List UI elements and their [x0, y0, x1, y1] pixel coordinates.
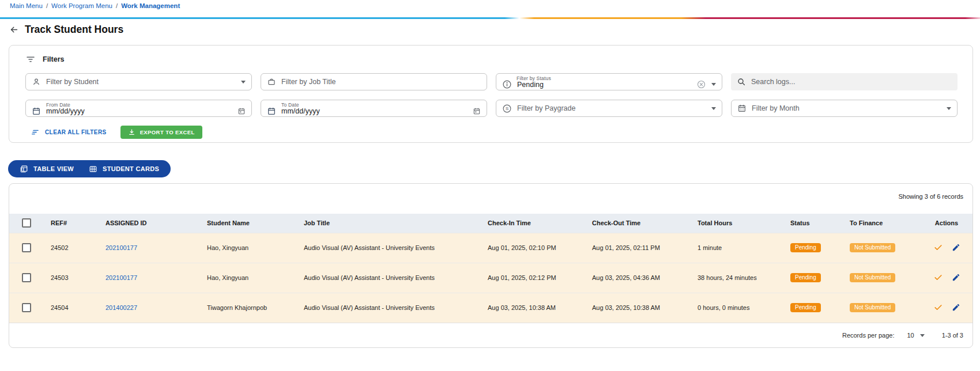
to-finance-badge: Not Submitted: [850, 303, 895, 312]
edit-pencil-icon[interactable]: [952, 303, 960, 312]
view-toggle: TABLE VIEW STUDENT CARDS: [8, 160, 171, 177]
chevron-down-icon: [711, 83, 716, 86]
cell-ref: 24504: [42, 293, 96, 323]
pagination-range: 1-3 of 3: [942, 332, 963, 339]
filters-actions: CLEAR ALL FILTERS EXPORT TO EXCEL: [25, 126, 958, 139]
filter-grid: Filter by Student Filter by Job Title Fi…: [25, 73, 958, 117]
calendar-icon: [32, 107, 41, 116]
clear-all-filters-label: CLEAR ALL FILTERS: [45, 129, 107, 135]
cell-job-title: Audio Visual (AV) Assistant - University…: [295, 293, 478, 323]
filter-icon: [25, 54, 36, 65]
edit-pencil-icon[interactable]: [952, 243, 960, 252]
search-placeholder: Search logs...: [751, 78, 952, 86]
cell-checkout-time: Aug 01, 2025, 02:11 PM: [583, 233, 688, 263]
breadcrumb-main-menu[interactable]: Main Menu: [10, 2, 43, 9]
table-view-label: TABLE VIEW: [33, 165, 74, 172]
from-date-value: mm/dd/yyyy: [46, 107, 232, 115]
breadcrumb-work-program-menu[interactable]: Work Program Menu: [51, 2, 112, 9]
filter-status-label: Filter by Status: [517, 75, 551, 81]
records-per-page-select[interactable]: 10: [907, 332, 924, 339]
col-ref: REF#: [42, 214, 96, 233]
col-to-finance: To Finance: [840, 214, 919, 233]
filters-title: Filters: [43, 55, 65, 63]
filter-status-select[interactable]: Filter by Status Pending: [496, 73, 722, 90]
row-checkbox[interactable]: [22, 303, 31, 312]
student-cards-label: STUDENT CARDS: [103, 165, 159, 172]
breadcrumb-separator: /: [116, 2, 118, 9]
cell-checkin-time: Aug 01, 2025, 02:12 PM: [478, 263, 583, 293]
search-icon: [737, 77, 746, 86]
filter-month-select[interactable]: Filter by Month: [731, 100, 958, 117]
svg-text:S: S: [506, 106, 508, 111]
dollar-circle-icon: S: [502, 104, 512, 113]
cell-total-hours: 0 hours, 0 minutes: [688, 293, 781, 323]
records-table-card: Showing 3 of 6 records REF# ASSIGNED ID …: [9, 183, 973, 348]
col-total-hours: Total Hours: [688, 214, 781, 233]
clear-status-icon[interactable]: [696, 80, 706, 89]
assigned-id-link[interactable]: 202100177: [105, 244, 137, 251]
date-picker-icon[interactable]: [238, 107, 246, 115]
breadcrumb-work-management: Work Management: [121, 2, 180, 9]
download-icon: [128, 128, 135, 136]
cell-student-name: Tiwagorn Khajornpob: [198, 293, 295, 323]
cards-grid-icon: [89, 165, 97, 173]
to-finance-badge: Not Submitted: [850, 273, 895, 282]
cell-student-name: Hao, Xingyuan: [198, 233, 295, 263]
student-cards-button[interactable]: STUDENT CARDS: [89, 165, 159, 173]
filter-paygrade-select[interactable]: S Filter by Paygrade: [496, 100, 722, 117]
brand-gradient-divider: [0, 17, 980, 19]
cell-job-title: Audio Visual (AV) Assistant - University…: [295, 263, 478, 293]
briefcase-icon: [267, 77, 276, 86]
filters-header: Filters: [25, 55, 958, 64]
col-assigned-id: ASSIGNED ID: [96, 214, 198, 233]
cell-ref: 24503: [42, 263, 96, 293]
records-table: REF# ASSIGNED ID Student Name Job Title …: [9, 214, 973, 323]
table-footer: Records per page: 10 1-3 of 3: [9, 323, 973, 347]
filter-student-select[interactable]: Filter by Student: [25, 73, 252, 90]
cell-checkout-time: Aug 03, 2025, 10:38 AM: [583, 293, 688, 323]
cell-student-name: Hao, Xingyuan: [198, 263, 295, 293]
approve-check-icon[interactable]: [933, 302, 943, 312]
to-date-value: mm/dd/yyyy: [281, 107, 468, 115]
clear-all-filters-button[interactable]: CLEAR ALL FILTERS: [31, 128, 107, 137]
col-checkin-time: Check-In Time: [478, 214, 583, 233]
date-picker-icon[interactable]: [473, 107, 481, 115]
select-all-checkbox[interactable]: [22, 218, 31, 228]
from-date-label: From Date: [46, 102, 70, 108]
to-date-label: To Date: [281, 102, 299, 108]
cell-checkin-time: Aug 01, 2025, 02:10 PM: [478, 233, 583, 263]
table-row: 24502 202100177 Hao, Xingyuan Audio Visu…: [9, 233, 973, 263]
breadcrumb: Main Menu / Work Program Menu / Work Man…: [10, 2, 180, 9]
clear-filter-icon: [31, 128, 40, 137]
table-row: 24503 202100177 Hao, Xingyuan Audio Visu…: [9, 263, 973, 293]
table-body: 24502 202100177 Hao, Xingyuan Audio Visu…: [9, 233, 973, 323]
cell-total-hours: 1 minute: [688, 233, 781, 263]
approve-check-icon[interactable]: [933, 272, 943, 282]
row-checkbox[interactable]: [22, 273, 31, 282]
page-title: Track Student Hours: [25, 24, 123, 36]
approve-check-icon[interactable]: [933, 243, 943, 252]
search-logs-input[interactable]: Search logs...: [731, 73, 958, 90]
cell-total-hours: 38 hours, 24 minutes: [688, 263, 781, 293]
table-view-button[interactable]: TABLE VIEW: [20, 165, 74, 173]
col-student-name: Student Name: [198, 214, 295, 233]
filter-student-placeholder: Filter by Student: [46, 78, 236, 86]
filter-job-title-select[interactable]: Filter by Job Title: [261, 73, 487, 90]
from-date-input[interactable]: From Date mm/dd/yyyy: [25, 100, 252, 117]
to-date-input[interactable]: To Date mm/dd/yyyy: [261, 100, 487, 117]
export-to-excel-button[interactable]: EXPORT TO EXCEL: [120, 126, 202, 139]
assigned-id-link[interactable]: 201400227: [105, 304, 137, 311]
assigned-id-link[interactable]: 202100177: [105, 274, 137, 281]
edit-pencil-icon[interactable]: [952, 273, 960, 282]
row-checkbox[interactable]: [22, 243, 31, 252]
back-arrow-icon[interactable]: [9, 25, 19, 35]
info-icon: [502, 80, 512, 89]
person-icon: [32, 77, 41, 86]
status-badge: Pending: [790, 303, 821, 312]
cell-ref: 24502: [42, 233, 96, 263]
page: Main Menu / Work Program Menu / Work Man…: [0, 0, 980, 371]
showing-records-count: Showing 3 of 6 records: [9, 184, 973, 214]
cell-checkout-time: Aug 03, 2025, 04:36 AM: [583, 263, 688, 293]
filter-job-title-placeholder: Filter by Job Title: [281, 78, 481, 86]
filter-month-placeholder: Filter by Month: [752, 104, 941, 112]
